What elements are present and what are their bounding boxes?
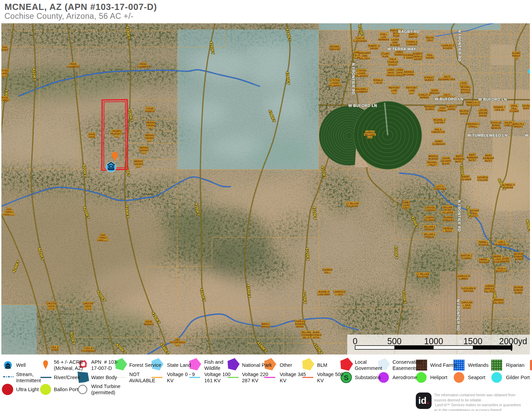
svg-text:S: S: [344, 374, 349, 382]
